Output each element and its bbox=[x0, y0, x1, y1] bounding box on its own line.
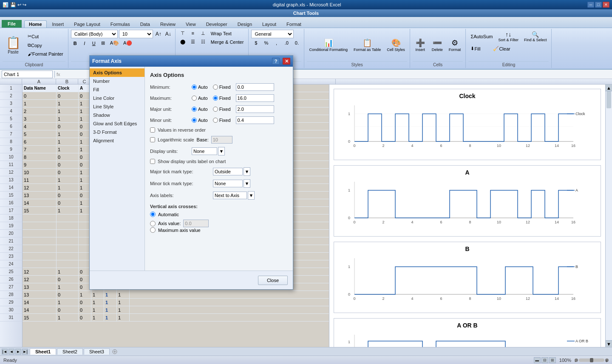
maximum-value-input[interactable] bbox=[236, 94, 274, 102]
percent-button[interactable]: % bbox=[261, 40, 271, 46]
cell-a21[interactable] bbox=[23, 237, 57, 245]
cell-a28[interactable]: 13 bbox=[23, 291, 57, 298]
align-right-button[interactable]: ☷ bbox=[198, 38, 208, 45]
cell-a14[interactable]: 12 bbox=[23, 184, 57, 191]
sidebar-item-glow[interactable]: Glow and Soft Edges bbox=[90, 119, 144, 128]
tab-view[interactable]: View bbox=[181, 20, 201, 28]
minimum-fixed-input[interactable] bbox=[213, 85, 218, 90]
sidebar-item-line-color[interactable]: Line Color bbox=[90, 94, 144, 102]
zoom-plus-button[interactable]: + bbox=[605, 358, 609, 362]
cell-b4[interactable]: 1 bbox=[57, 107, 79, 115]
tab-page-layout[interactable]: Page Layout bbox=[69, 20, 105, 28]
minor-tick-dropdown-button[interactable]: ▼ bbox=[244, 179, 250, 188]
format-as-table-button[interactable]: 📋 Format as Table bbox=[351, 37, 383, 53]
delete-cells-button[interactable]: ➖ Delete bbox=[430, 37, 445, 53]
align-middle-button[interactable]: ≡ bbox=[188, 30, 198, 37]
cell-a12[interactable]: 10 bbox=[23, 169, 57, 176]
increase-decimal-button[interactable]: .0 bbox=[282, 40, 291, 46]
cell-b13[interactable]: 1 bbox=[57, 176, 79, 183]
tab-developer[interactable]: Developer bbox=[201, 20, 232, 28]
cell-a1[interactable]: Data Name bbox=[23, 85, 57, 92]
cell-a20[interactable] bbox=[23, 230, 57, 237]
maximum-axis-radio[interactable] bbox=[150, 227, 156, 233]
minor-unit-auto-input[interactable] bbox=[192, 118, 197, 123]
align-top-button[interactable]: ⊤ bbox=[178, 30, 187, 37]
tab-layout[interactable]: Layout bbox=[258, 20, 281, 28]
cell-a9[interactable]: 7 bbox=[23, 146, 57, 153]
decrease-font-button[interactable]: A↓ bbox=[164, 30, 173, 38]
cell-a19[interactable] bbox=[23, 222, 57, 229]
cell-b5[interactable]: 1 bbox=[57, 115, 79, 122]
major-unit-fixed-input[interactable] bbox=[213, 107, 218, 112]
logarithmic-checkbox[interactable] bbox=[150, 137, 155, 142]
cell-b12[interactable]: 0 bbox=[57, 169, 79, 176]
cell-d30[interactable]: 1 bbox=[91, 306, 104, 313]
next-sheet-button[interactable]: ► bbox=[15, 349, 21, 355]
cell-e29[interactable]: 1 bbox=[104, 299, 117, 306]
paste-button[interactable]: 📋 Paste bbox=[3, 35, 24, 56]
cell-b31[interactable]: 1 bbox=[57, 314, 79, 321]
align-bottom-button[interactable]: ⊥ bbox=[198, 30, 208, 37]
cell-e28[interactable]: 1 bbox=[104, 291, 117, 298]
font-size-select[interactable]: 10 bbox=[119, 30, 153, 38]
cell-styles-button[interactable]: 🎨 Cell Styles bbox=[385, 37, 407, 53]
cell-b23[interactable] bbox=[57, 253, 79, 260]
format-painter-button[interactable]: 🖌 Format Painter bbox=[26, 50, 65, 58]
fill-button[interactable]: ⬇ Fill bbox=[468, 45, 490, 53]
cell-b14[interactable]: 1 bbox=[57, 184, 79, 191]
log-base-input[interactable] bbox=[211, 136, 232, 144]
italic-button[interactable]: I bbox=[80, 40, 89, 47]
cell-b19[interactable] bbox=[57, 222, 79, 229]
number-format-select[interactable]: General bbox=[251, 30, 294, 38]
dialog-close-x-button[interactable]: ✕ bbox=[283, 58, 290, 65]
cell-b11[interactable]: 0 bbox=[57, 161, 79, 168]
cell-b1[interactable]: Clock bbox=[57, 85, 79, 92]
zoom-track[interactable] bbox=[579, 358, 604, 362]
autosum-button[interactable]: Σ AutoSum bbox=[468, 30, 495, 43]
cell-a6[interactable]: 4 bbox=[23, 123, 57, 130]
maximum-auto-radio[interactable]: Auto bbox=[192, 96, 208, 101]
sort-filter-button[interactable]: ↑↓ Sort & Filter bbox=[496, 30, 521, 43]
cell-b3[interactable]: 1 bbox=[57, 100, 79, 107]
cell-d31[interactable]: 1 bbox=[91, 314, 104, 321]
axis-labels-input[interactable] bbox=[213, 192, 247, 199]
conditional-formatting-button[interactable]: 📊 Conditional Formatting bbox=[307, 37, 350, 53]
maximum-fixed-radio[interactable]: Fixed bbox=[213, 96, 231, 101]
vertical-scrollbar[interactable]: ▲ ▼ bbox=[605, 85, 612, 347]
scroll-up-button[interactable]: ▲ bbox=[606, 85, 612, 91]
minimum-fixed-radio[interactable]: Fixed bbox=[213, 85, 231, 90]
name-box[interactable]: Chart 1 bbox=[2, 71, 53, 78]
minor-unit-auto-radio[interactable]: Auto bbox=[192, 118, 208, 123]
scroll-thumb[interactable] bbox=[606, 91, 611, 108]
automatic-radio[interactable] bbox=[150, 212, 156, 217]
sheet-tab-3[interactable]: Sheet3 bbox=[84, 348, 110, 355]
cell-a13[interactable]: 11 bbox=[23, 176, 57, 183]
major-unit-auto-radio[interactable]: Auto bbox=[192, 107, 208, 112]
cell-b24[interactable] bbox=[57, 260, 79, 268]
cell-a27[interactable]: 13 bbox=[23, 283, 57, 291]
cell-a5[interactable]: 3 bbox=[23, 115, 57, 122]
sheet-tab-2[interactable]: Sheet2 bbox=[57, 348, 83, 355]
cell-b18[interactable] bbox=[57, 214, 79, 222]
normal-view-button[interactable]: ▬ bbox=[534, 357, 541, 363]
underline-button[interactable]: U bbox=[90, 40, 98, 47]
cell-b26[interactable]: 0 bbox=[57, 276, 79, 283]
major-unit-value-input[interactable] bbox=[236, 105, 274, 113]
clear-button[interactable]: 🧹 Clear bbox=[491, 45, 512, 53]
cell-a30[interactable]: 14 bbox=[23, 306, 57, 313]
show-display-units-checkbox[interactable] bbox=[150, 159, 155, 164]
cell-a29[interactable]: 14 bbox=[23, 299, 57, 306]
dialog-help-button[interactable]: ? bbox=[272, 58, 280, 65]
sidebar-item-fill[interactable]: Fill bbox=[90, 85, 144, 94]
cell-c28[interactable]: 1 bbox=[79, 291, 91, 298]
align-left-button[interactable]: ⬤ bbox=[178, 38, 187, 45]
cell-b2[interactable]: 0 bbox=[57, 92, 79, 99]
maximum-auto-input[interactable] bbox=[192, 96, 197, 101]
cell-a10[interactable]: 8 bbox=[23, 153, 57, 161]
cell-f30[interactable]: 1 bbox=[117, 306, 130, 313]
values-reverse-checkbox[interactable] bbox=[150, 127, 155, 133]
insert-sheet-button[interactable] bbox=[110, 349, 119, 354]
major-tick-input[interactable] bbox=[213, 168, 243, 175]
close-button[interactable]: Close bbox=[258, 276, 288, 285]
cell-b10[interactable]: 0 bbox=[57, 153, 79, 161]
